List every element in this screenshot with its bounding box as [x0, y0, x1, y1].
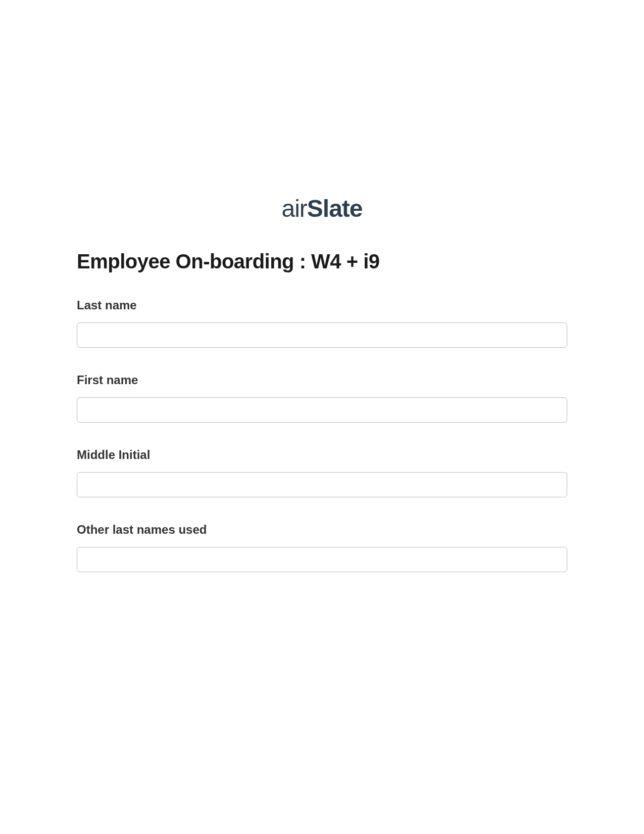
logo-text-air: air [281, 195, 307, 222]
form-group-other-last-names: Other last names used [77, 523, 567, 572]
form-content: Employee On-boarding : W4 + i9 Last name… [0, 250, 644, 572]
input-last-name[interactable] [77, 322, 567, 348]
form-group-last-name: Last name [77, 298, 567, 348]
form-group-first-name: First name [77, 373, 567, 423]
label-last-name: Last name [77, 298, 567, 312]
form-group-middle-initial: Middle Initial [77, 448, 567, 497]
page-title: Employee On-boarding : W4 + i9 [77, 250, 567, 273]
label-other-last-names: Other last names used [77, 523, 567, 537]
label-middle-initial: Middle Initial [77, 448, 567, 462]
logo-wrapper: airSlate [0, 195, 644, 222]
input-other-last-names[interactable] [77, 547, 567, 572]
input-first-name[interactable] [77, 397, 567, 423]
logo-text-slate: Slate [307, 195, 363, 222]
page-container: airSlate Employee On-boarding : W4 + i9 … [0, 0, 644, 572]
airslate-logo: airSlate [281, 195, 362, 222]
input-middle-initial[interactable] [77, 472, 567, 497]
label-first-name: First name [77, 373, 567, 387]
